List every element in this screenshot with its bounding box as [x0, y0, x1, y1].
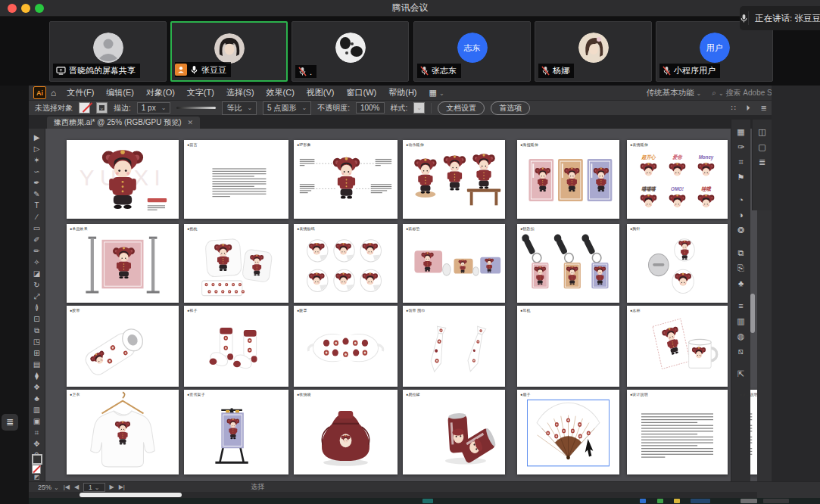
export-panel-icon[interactable]: ⇱ [731, 366, 750, 381]
artboards-panel-icon[interactable]: ⚑ [731, 170, 750, 185]
artboard-tool[interactable]: ▣ [29, 415, 45, 427]
column-graph-tool[interactable]: ▥ [29, 404, 45, 415]
style-swatch[interactable] [413, 102, 425, 114]
artboard[interactable]: ●动作延伸 [403, 140, 505, 219]
zoom-level[interactable]: 25% [38, 484, 59, 491]
artboard[interactable]: ●袜子 [184, 306, 288, 387]
participant-tile[interactable]: 用户小程序用户 [656, 21, 773, 82]
participant-tile[interactable]: 志东张志东 [413, 21, 531, 82]
brushes-panel-icon[interactable]: ✑ [731, 139, 750, 154]
rectangle-tool[interactable]: ▭ [29, 222, 45, 234]
artboard[interactable]: ●IP形象 [294, 140, 398, 219]
workspace-switcher[interactable]: 传统基本功能 [647, 88, 702, 98]
stroke-swatch[interactable] [96, 102, 108, 114]
panel-menu-icon[interactable]: ≣ [761, 104, 767, 113]
artboard[interactable]: YU XI [67, 140, 179, 219]
artboard[interactable]: ●抱枕 [184, 224, 288, 303]
libraries-panel-icon[interactable]: ◫ [753, 124, 772, 139]
artboard[interactable]: ●胶带 [67, 306, 179, 387]
stroke-panel-icon[interactable]: ≡ [731, 298, 750, 313]
vertical-scrollbar-thumb[interactable] [750, 294, 755, 333]
canvas[interactable]: YU XI●前言●IP形象●动作延伸●海报延伸超开心爱你Money嘻嘻嘻OMG!… [45, 129, 757, 481]
pattern-options-panel-icon[interactable]: ❂ [731, 222, 750, 238]
gradient-panel-icon[interactable]: ▥ [731, 313, 750, 328]
hand-tool[interactable]: ✥ [29, 438, 45, 450]
workspace-panel-icon[interactable]: ⏵ [747, 104, 750, 113]
participant-tile[interactable]: 晋晓鸽的屏幕共享 [49, 21, 167, 82]
curvature-tool[interactable]: ✎ [29, 188, 45, 200]
preferences-button[interactable]: 首选项 [491, 101, 530, 115]
pen-tool[interactable]: ✒ [29, 177, 45, 188]
gradient-tool[interactable]: ▤ [29, 359, 45, 370]
brush-select[interactable]: 5 点圆形 [263, 101, 311, 115]
transparency-panel-icon[interactable]: ◍ [731, 328, 750, 344]
menu-item-7[interactable]: 窗口(W) [347, 87, 377, 98]
artboard[interactable]: ●宣传架子 [184, 390, 288, 474]
artboard[interactable]: 超开心爱你Money嘻嘻嘻OMG!哇哦●表情延伸 [627, 140, 728, 219]
eraser-tool[interactable]: ◪ [29, 268, 45, 279]
artboard[interactable]: ●设计说明 [627, 390, 728, 474]
participant-tile[interactable]: . [292, 21, 409, 82]
artboard[interactable]: ●钥匙扣 [517, 224, 619, 303]
menu-item-1[interactable]: 编辑(E) [106, 87, 134, 98]
eyedropper-tool[interactable]: ⧫ [29, 370, 45, 381]
artboard[interactable]: ●水杯 [627, 306, 728, 387]
arrange-documents-icon[interactable]: ▦ [429, 88, 444, 98]
menu-item-8[interactable]: 帮助(H) [388, 87, 416, 98]
taskbar-item[interactable] [640, 499, 646, 503]
taskbar-item[interactable] [691, 499, 710, 503]
horizontal-scrollbar[interactable] [29, 492, 757, 498]
artboard[interactable]: ●前言 [184, 140, 288, 219]
next-artboard-button[interactable]: ▶ [110, 484, 114, 490]
taskbar-item[interactable] [674, 499, 680, 503]
artboard[interactable]: ●收纳袋 [294, 390, 398, 474]
artboard[interactable]: ●表情贴纸 [294, 224, 398, 303]
menu-item-0[interactable]: 文件(F) [67, 87, 94, 98]
pathfinder-panel-icon[interactable]: ⧉ [731, 245, 750, 260]
taskbar-item[interactable] [657, 499, 663, 503]
document-tab[interactable]: 豫西糖果.ai* @ 25% (RGB/GPU 预览) ✕ [47, 117, 200, 129]
close-traffic-light[interactable] [8, 4, 17, 13]
free-transform-tool[interactable]: ⊡ [29, 313, 45, 325]
swatches-panel-icon[interactable]: ▦ [731, 124, 750, 139]
profile-select[interactable]: 等比 [222, 101, 257, 115]
artboard[interactable]: ●单品效果 [67, 224, 179, 303]
layers-panel-icon[interactable]: ≣ [753, 154, 772, 170]
scale-tool[interactable]: ⤢ [29, 291, 45, 302]
width-tool[interactable]: ≬ [29, 302, 45, 313]
participant-tile[interactable]: 杨娜 [535, 21, 652, 82]
rotate-tool[interactable]: ↻ [29, 279, 45, 291]
last-artboard-button[interactable]: ▶| [119, 484, 125, 490]
pages-panel-icon[interactable]: ▢ [753, 139, 772, 154]
artboard[interactable]: ●易拉罐 [403, 390, 505, 474]
artboard[interactable]: undefined●耳机 [517, 306, 619, 387]
taskbar-item[interactable] [740, 499, 757, 503]
minimize-traffic-light[interactable] [21, 4, 30, 13]
blend-tool[interactable]: ❖ [29, 381, 45, 393]
pencil-tool[interactable]: ✏ [29, 245, 45, 257]
participant-tile[interactable]: 张豆豆 [170, 21, 288, 82]
color-guide-panel-icon[interactable]: ◑ [731, 207, 750, 222]
line-tool[interactable]: ∕ [29, 211, 45, 222]
artboard[interactable]: ●扇子 [517, 390, 619, 474]
fill-swatch[interactable] [79, 102, 90, 114]
prev-artboard-button[interactable]: ◀ [74, 484, 79, 490]
artboard[interactable]: ●鼠标垫 [403, 224, 505, 303]
menu-item-4[interactable]: 选择(S) [226, 87, 254, 98]
document-setup-button[interactable]: 文档设置 [438, 101, 485, 115]
arrange-panel-icon[interactable]: ⎘ [731, 260, 750, 275]
horizontal-scrollbar-thumb[interactable] [80, 493, 182, 497]
opacity-value[interactable]: 100% [356, 102, 385, 114]
color-panel-icon[interactable]: ◔ [731, 192, 750, 207]
meeting-list-icon[interactable]: ≣ [2, 414, 18, 431]
artboard[interactable]: ●胸针 [627, 224, 728, 303]
type-tool[interactable]: T [29, 200, 45, 211]
shape-builder-tool[interactable]: ⧉ [29, 325, 45, 336]
mesh-tool[interactable]: ⊞ [29, 347, 45, 359]
selection-tool[interactable]: ▶ [29, 132, 45, 143]
transform-panel-icon[interactable]: ⌗ [731, 154, 750, 170]
first-artboard-button[interactable]: |◀ [64, 484, 70, 490]
magic-wand-tool[interactable]: ✶ [29, 154, 45, 166]
lasso-tool[interactable]: ∽ [29, 166, 45, 177]
artboard-number[interactable]: 1 [83, 483, 104, 492]
